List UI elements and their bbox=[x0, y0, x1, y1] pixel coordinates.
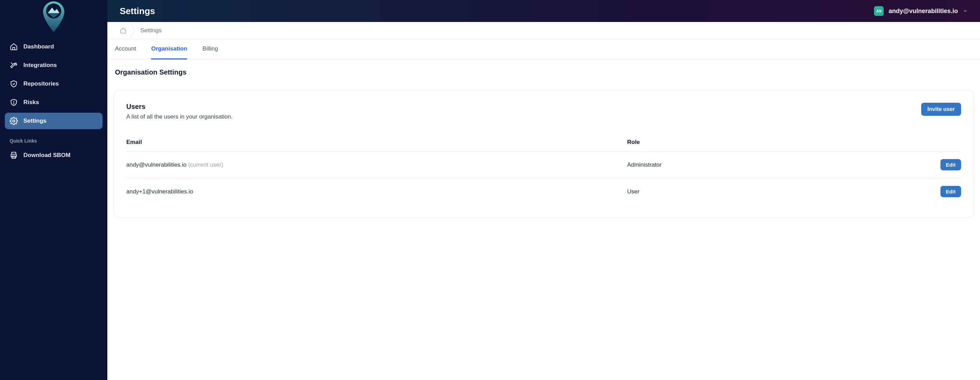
sidebar-item-risks[interactable]: Risks bbox=[5, 94, 103, 111]
table-row: andy@vulnerabilities.io (current user) A… bbox=[126, 152, 961, 178]
svg-point-3 bbox=[13, 120, 15, 122]
sidebar: Dashboard Integrations Repositories Risk… bbox=[0, 0, 107, 380]
users-title: Users bbox=[126, 103, 232, 111]
home-icon[interactable] bbox=[120, 27, 127, 34]
tab-organisation[interactable]: Organisation bbox=[151, 39, 187, 59]
breadcrumb-current: Settings bbox=[140, 27, 161, 34]
cell-role: Administrator bbox=[627, 152, 836, 178]
content: Organisation Settings Users A list of al… bbox=[107, 59, 980, 217]
gear-icon bbox=[10, 117, 18, 125]
users-card-header: Users A list of all the users in your or… bbox=[126, 103, 961, 120]
sidebar-item-label: Repositories bbox=[24, 81, 59, 87]
sidebar-item-dashboard[interactable]: Dashboard bbox=[5, 38, 103, 55]
breadcrumb: Settings bbox=[107, 22, 980, 39]
table-row: andy+1@vulnerabilities.io User Edit bbox=[126, 178, 961, 205]
cell-actions: Edit bbox=[836, 178, 961, 205]
page-title: Settings bbox=[120, 6, 155, 16]
sidebar-item-integrations[interactable]: Integrations bbox=[5, 57, 103, 73]
cell-email: andy+1@vulnerabilities.io bbox=[126, 178, 627, 205]
users-table: Email Role andy@vulnerabilities.io (curr… bbox=[126, 133, 961, 205]
invite-user-button[interactable]: Invite user bbox=[921, 103, 961, 116]
sidebar-item-label: Dashboard bbox=[24, 43, 54, 50]
cell-role: User bbox=[627, 178, 836, 205]
col-email: Email bbox=[126, 133, 627, 152]
quick-links-nav: Download SBOM bbox=[0, 147, 107, 166]
chevron-down-icon bbox=[963, 9, 967, 13]
quick-link-download-sbom[interactable]: Download SBOM bbox=[5, 147, 103, 163]
svg-point-2 bbox=[13, 103, 14, 104]
edit-user-button[interactable]: Edit bbox=[940, 159, 961, 170]
user-email: andy@vulnerabilities.io bbox=[888, 8, 958, 15]
sidebar-item-repositories[interactable]: Repositories bbox=[5, 76, 103, 92]
col-actions bbox=[836, 133, 961, 152]
edit-user-button[interactable]: Edit bbox=[940, 186, 961, 197]
section-heading: Organisation Settings bbox=[115, 68, 974, 76]
header: Settings AN andy@vulnerabilities.io bbox=[107, 0, 980, 22]
shield-alert-icon bbox=[10, 98, 18, 106]
main: Settings AN andy@vulnerabilities.io Sett… bbox=[107, 0, 980, 380]
sidebar-item-label: Integrations bbox=[24, 62, 57, 69]
logo-icon bbox=[43, 2, 64, 32]
shield-check-icon bbox=[10, 80, 18, 88]
quick-links-heading: Quick Links bbox=[0, 131, 107, 147]
user-menu[interactable]: AN andy@vulnerabilities.io bbox=[874, 6, 967, 16]
users-card: Users A list of all the users in your or… bbox=[113, 90, 974, 217]
quick-link-label: Download SBOM bbox=[24, 152, 70, 159]
avatar: AN bbox=[874, 6, 884, 16]
settings-tabs: Account Organisation Billing bbox=[107, 39, 980, 59]
sidebar-item-label: Settings bbox=[24, 117, 46, 124]
home-icon bbox=[10, 43, 18, 51]
sidebar-item-settings[interactable]: Settings bbox=[5, 113, 103, 129]
tools-icon bbox=[10, 61, 18, 70]
printer-icon bbox=[10, 151, 18, 160]
sidebar-item-label: Risks bbox=[24, 99, 39, 106]
cell-email: andy@vulnerabilities.io (current user) bbox=[126, 152, 627, 178]
users-subtitle: A list of all the users in your organisa… bbox=[126, 113, 232, 120]
cell-actions: Edit bbox=[836, 152, 961, 178]
primary-nav: Dashboard Integrations Repositories Risk… bbox=[0, 38, 107, 131]
tab-account[interactable]: Account bbox=[115, 39, 136, 59]
logo bbox=[0, 2, 107, 38]
tab-billing[interactable]: Billing bbox=[202, 39, 218, 59]
col-role: Role bbox=[627, 133, 836, 152]
breadcrumb-separator bbox=[130, 24, 137, 38]
